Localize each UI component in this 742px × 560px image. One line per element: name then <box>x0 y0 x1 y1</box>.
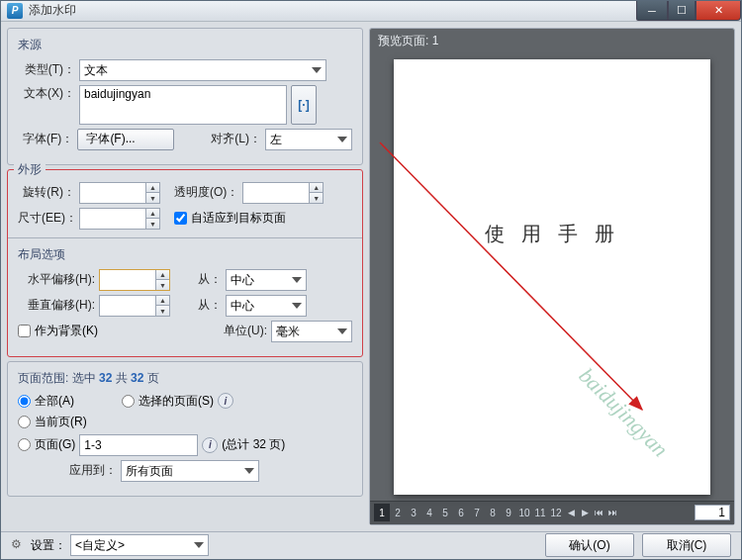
settings-preset-select[interactable]: <自定义> <box>70 534 209 556</box>
thumb-page[interactable]: 6 <box>453 504 469 521</box>
unit-select[interactable]: 毫米 <box>271 321 352 342</box>
thumb-page[interactable]: 1 <box>374 504 390 521</box>
maximize-button[interactable]: ☐ <box>668 1 696 21</box>
group-pagerange: 页面范围: 选中 32 共 32 页 全部(A) 选择的页面(S) i 当前页(… <box>7 361 363 497</box>
group-appearance-title: 外形 <box>14 160 46 177</box>
window-title: 添加水印 <box>29 2 76 19</box>
pager-next-icon[interactable]: ▶ <box>578 504 592 521</box>
align-label: 对齐(L)： <box>211 131 261 147</box>
rotate-label: 旋转(R)： <box>18 184 75 201</box>
type-select[interactable]: 文本 <box>79 59 326 81</box>
size-spinner[interactable]: 50%▲▼ <box>79 208 160 230</box>
opacity-spinner[interactable]: 30%▲▼ <box>242 182 324 204</box>
info-icon[interactable]: i <box>218 393 233 409</box>
thumb-page[interactable]: 11 <box>532 504 548 521</box>
text-label: 文本(X)： <box>18 85 75 102</box>
applyto-select[interactable]: 所有页面 <box>121 460 259 482</box>
radio-selected[interactable]: 选择的页面(S) <box>122 393 214 410</box>
hoffset-spinner[interactable]: 50 mm▲▼ <box>99 269 170 291</box>
applyto-label: 应用到： <box>18 462 117 479</box>
type-label: 类型(T)： <box>18 61 75 78</box>
footer: ⚙ 设置： <自定义> 确认(O) 取消(C) <box>1 531 741 559</box>
text-input[interactable]: baidujingyan <box>79 85 287 125</box>
voffset-spinner[interactable]: -100 mm▲▼ <box>99 295 170 317</box>
group-layout-title: 布局选项 <box>18 246 352 263</box>
as-background-checkbox[interactable]: 作为背景(K) <box>18 323 98 339</box>
thumb-page[interactable]: 3 <box>406 504 421 521</box>
content-area: 来源 类型(T)： 文本 文本(X)： baidujingyan [·] 字体(… <box>1 22 741 531</box>
pagerange-title: 页面范围: 选中 32 共 32 页 <box>18 370 352 387</box>
preview-page: 使 用 手 册 baidujingyan <box>394 59 710 495</box>
thumb-page[interactable]: 10 <box>516 504 532 521</box>
gear-icon: ⚙ <box>11 537 27 553</box>
thumb-page[interactable]: 12 <box>548 504 564 521</box>
titlebar: P 添加水印 ─ ☐ ✕ <box>1 1 741 22</box>
size-label: 尺寸(EE)： <box>18 210 75 227</box>
radio-all[interactable]: 全部(A) <box>18 393 74 410</box>
group-source-title: 来源 <box>18 37 352 53</box>
pager-first-icon[interactable]: ⏮ <box>592 504 605 521</box>
page-body-text: 使 用 手 册 <box>485 220 620 246</box>
minimize-button[interactable]: ─ <box>636 1 668 21</box>
close-button[interactable]: ✕ <box>696 1 741 21</box>
group-source: 来源 类型(T)： 文本 文本(X)： baidujingyan [·] 字体(… <box>7 28 363 165</box>
font-label: 字体(F)： <box>18 131 73 147</box>
page-thumbnails-bar: 1 2 3 4 5 6 7 8 9 10 11 12 ◀ ▶ ⏮ ⏭ <box>370 501 734 524</box>
radio-pages[interactable]: 页面(G) <box>18 436 75 453</box>
from1-select[interactable]: 中心 <box>226 269 307 291</box>
opacity-label: 透明度(O)： <box>174 184 238 201</box>
preview-title: 预览页面: 1 <box>370 29 734 53</box>
autofit-checkbox[interactable]: 自适应到目标页面 <box>174 210 286 227</box>
app-icon: P <box>7 3 23 19</box>
pages-input[interactable] <box>79 434 198 456</box>
left-column: 来源 类型(T)： 文本 文本(X)： baidujingyan [·] 字体(… <box>7 28 363 525</box>
hoffset-label: 水平偏移(H): <box>18 271 95 288</box>
preview-area: 使 用 手 册 baidujingyan <box>370 53 734 501</box>
radio-current[interactable]: 当前页(R) <box>18 414 87 430</box>
page-number-input[interactable] <box>695 505 730 520</box>
thumb-page[interactable]: 9 <box>501 504 516 521</box>
info-icon-2[interactable]: i <box>202 437 218 453</box>
thumb-page[interactable]: 8 <box>485 504 501 521</box>
align-select[interactable]: 左 <box>265 129 352 150</box>
voffset-label: 垂直偏移(H): <box>18 297 95 314</box>
autofit-check-input[interactable] <box>174 212 187 225</box>
settings-label: 设置： <box>31 537 66 554</box>
thumb-page[interactable]: 2 <box>390 504 406 521</box>
as-background-check-input[interactable] <box>18 325 31 337</box>
preview-panel: 预览页面: 1 使 用 手 册 baidujingyan 1 2 3 4 5 6… <box>369 28 735 525</box>
window-controls: ─ ☐ ✕ <box>636 1 741 21</box>
cancel-button[interactable]: 取消(C) <box>642 533 731 557</box>
dialog-window: P 添加水印 ─ ☐ ✕ 来源 类型(T)： 文本 文本(X)： baiduji… <box>0 0 742 560</box>
thumb-page[interactable]: 4 <box>421 504 437 521</box>
pages-total: (总计 32 页) <box>222 436 285 453</box>
pager-last-icon[interactable]: ⏭ <box>605 504 619 521</box>
ok-button[interactable]: 确认(O) <box>545 533 634 557</box>
watermark-text: baidujingyan <box>574 363 673 462</box>
group-appearance: 外形 旋转(R)： 45▲▼ 透明度(O)： 30%▲▼ 尺寸(EE)： 50%… <box>7 169 363 357</box>
from2-label: 从： <box>174 297 222 314</box>
font-button[interactable]: 字体(F)... <box>77 129 174 150</box>
from1-label: 从： <box>174 271 222 288</box>
thumb-page[interactable]: 7 <box>469 504 485 521</box>
thumb-page[interactable]: 5 <box>437 504 453 521</box>
from2-select[interactable]: 中心 <box>226 295 307 317</box>
insert-field-button[interactable]: [·] <box>291 85 317 125</box>
unit-label: 单位(U): <box>224 323 267 339</box>
rotate-spinner[interactable]: 45▲▼ <box>79 182 160 204</box>
pager-prev-icon[interactable]: ◀ <box>564 504 578 521</box>
